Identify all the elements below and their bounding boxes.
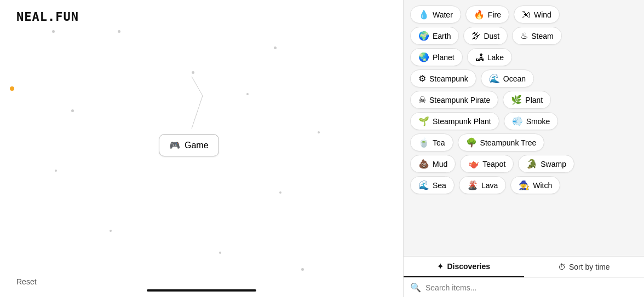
item-chip[interactable]: 🌊Ocean <box>481 69 534 88</box>
items-row: ☠Steampunk Pirate🌿Plant <box>410 91 637 109</box>
item-chip[interactable]: 🌱Steampunk Plant <box>410 112 499 130</box>
item-emoji: 🌬 <box>522 10 531 20</box>
item-label: Smoke <box>526 117 550 126</box>
item-emoji: 💧 <box>418 9 429 20</box>
item-chip[interactable]: 🌳Steampunk Tree <box>458 133 545 152</box>
dot <box>110 230 112 232</box>
item-chip[interactable]: 💩Mud <box>410 155 456 173</box>
item-chip[interactable]: 🌿Plant <box>503 91 551 109</box>
item-chip[interactable]: ☠Steampunk Pirate <box>410 91 498 109</box>
bottom-bar <box>147 289 256 292</box>
dot <box>219 252 221 254</box>
items-row: 🌊Sea🌋Lava🧙Witch <box>410 176 637 194</box>
item-chip[interactable]: 🌋Lava <box>459 176 506 194</box>
item-label: Planet <box>433 53 455 62</box>
item-emoji: 🌊 <box>489 73 500 84</box>
items-grid: 💧Water🔥Fire🌬Wind🌍Earth🌫Dust♨Steam🌏Planet… <box>404 0 644 256</box>
item-chip[interactable]: 💧Water <box>410 5 461 24</box>
item-emoji: 🧙 <box>519 180 530 190</box>
logo: NEAL.FUN <box>16 10 79 24</box>
items-row: 💩Mud🫖Teapot🐊Swamp <box>410 155 637 173</box>
item-emoji: 🌳 <box>466 137 477 148</box>
item-label: Mud <box>433 160 447 168</box>
item-label: Steampunk Tree <box>480 138 537 147</box>
item-emoji: 🍵 <box>418 137 429 148</box>
sort-by-time-tab[interactable]: ⏱ Sort by time <box>524 257 645 277</box>
item-label: Fire <box>488 10 501 19</box>
item-emoji: ☠ <box>418 95 426 105</box>
right-panel: 💧Water🔥Fire🌬Wind🌍Earth🌫Dust♨Steam🌏Planet… <box>403 0 644 297</box>
item-chip[interactable]: 🐊Swamp <box>518 155 574 173</box>
item-label: Swamp <box>540 160 566 168</box>
item-chip[interactable]: ⚙Steampunk <box>410 69 476 88</box>
game-label: Game <box>185 141 209 150</box>
item-label: Earth <box>433 32 451 40</box>
items-row: 🍵Tea🌳Steampunk Tree <box>410 133 637 152</box>
item-emoji: 🌫 <box>472 31 480 41</box>
search-bar: 🔍 <box>404 277 644 297</box>
item-label: Lake <box>487 53 504 62</box>
item-chip[interactable]: 🏞Lake <box>467 48 512 66</box>
svg-line-0 <box>192 77 203 96</box>
item-chip[interactable]: 🌏Planet <box>410 48 463 66</box>
items-row: 🌱Steampunk Plant💨Smoke <box>410 112 637 130</box>
item-chip[interactable]: 🌊Sea <box>410 176 455 194</box>
item-emoji: 💩 <box>418 159 429 169</box>
item-label: Water <box>433 10 453 19</box>
discoveries-label: Discoveries <box>447 262 490 271</box>
game-element[interactable]: 🎮 Game <box>159 134 219 156</box>
reset-button[interactable]: Reset <box>16 277 37 286</box>
item-emoji: ♨ <box>520 31 528 41</box>
sort-icon: ⏱ <box>558 263 566 271</box>
items-row: 💧Water🔥Fire🌬Wind <box>410 5 637 24</box>
item-label: Tea <box>433 138 445 147</box>
orange-dot <box>10 86 14 91</box>
item-label: Ocean <box>503 74 526 83</box>
dot <box>71 109 74 112</box>
dot <box>192 71 194 74</box>
item-emoji: 🔥 <box>474 9 485 20</box>
item-emoji: 🌏 <box>418 52 429 62</box>
item-emoji: 🌋 <box>467 180 478 190</box>
item-chip[interactable]: 🫖Teapot <box>460 155 514 173</box>
item-label: Wind <box>534 10 551 19</box>
item-label: Steampunk <box>429 74 468 83</box>
search-icon: 🔍 <box>410 282 421 293</box>
dot <box>301 268 304 271</box>
item-emoji: 🏞 <box>475 53 484 62</box>
item-emoji: ⚙ <box>418 73 426 84</box>
item-label: Dust <box>484 32 499 40</box>
item-chip[interactable]: ♨Steam <box>512 27 561 45</box>
items-row: 🌍Earth🌫Dust♨Steam <box>410 27 637 45</box>
sort-label: Sort by time <box>569 263 610 271</box>
item-chip[interactable]: 🌫Dust <box>463 27 508 45</box>
items-row: ⚙Steampunk🌊Ocean <box>410 69 637 88</box>
dot <box>274 46 277 49</box>
item-label: Steampunk Plant <box>433 117 491 126</box>
item-chip[interactable]: 🌬Wind <box>514 5 560 24</box>
items-row: 🌏Planet🏞Lake <box>410 48 637 66</box>
item-label: Steampunk Pirate <box>429 96 490 104</box>
dot <box>52 30 55 33</box>
item-emoji: 🌊 <box>418 180 429 190</box>
dot <box>318 131 320 133</box>
item-label: Teapot <box>482 160 505 168</box>
game-emoji: 🎮 <box>169 140 180 150</box>
item-emoji: 🌍 <box>418 31 429 41</box>
discoveries-tab[interactable]: ✦ Discoveries <box>404 257 524 277</box>
item-chip[interactable]: 🔥Fire <box>465 5 509 24</box>
item-emoji: 🫖 <box>468 159 479 169</box>
item-chip[interactable]: 🧙Witch <box>510 176 560 194</box>
item-label: Steam <box>531 32 553 40</box>
canvas-area: NEAL.FUN 🎮 Game Reset <box>0 0 403 297</box>
item-emoji: 🐊 <box>526 159 537 169</box>
search-input[interactable] <box>426 283 637 292</box>
bottom-tabs: ✦ Discoveries ⏱ Sort by time <box>404 256 644 277</box>
item-chip[interactable]: 🌍Earth <box>410 27 459 45</box>
item-chip[interactable]: 🍵Tea <box>410 133 453 152</box>
item-label: Plant <box>525 96 543 104</box>
svg-line-1 <box>192 96 203 129</box>
discoveries-icon: ✦ <box>437 262 444 271</box>
item-chip[interactable]: 💨Smoke <box>504 112 559 130</box>
item-label: Lava <box>481 181 498 190</box>
